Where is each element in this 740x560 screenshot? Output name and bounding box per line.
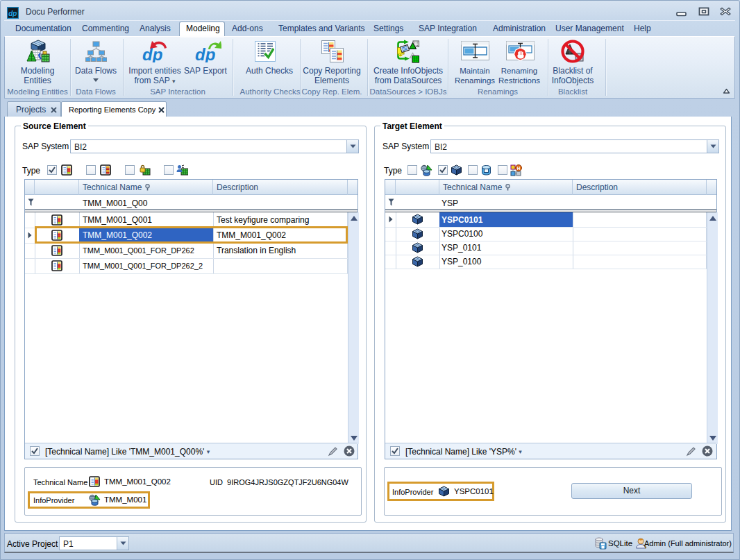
svg-text:dp: dp <box>8 10 17 17</box>
svg-text:dp: dp <box>195 45 215 62</box>
svg-text:H: H <box>517 166 521 171</box>
